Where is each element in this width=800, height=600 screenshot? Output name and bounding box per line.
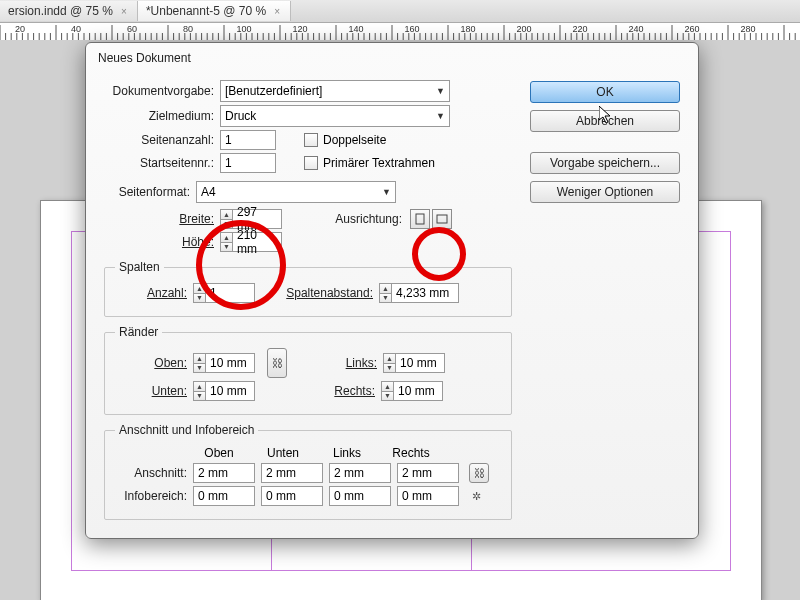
col-header-top: Oben <box>187 446 251 460</box>
svg-text:20: 20 <box>15 24 25 34</box>
spinner-up-icon[interactable]: ▲ <box>193 353 206 363</box>
bleed-top-input[interactable]: 2 mm <box>193 463 255 483</box>
spinner-down-icon[interactable]: ▼ <box>193 363 206 374</box>
primary-textframe-checkbox[interactable]: Primärer Textrahmen <box>304 156 435 170</box>
checkbox-icon <box>304 133 318 147</box>
chevron-down-icon: ▼ <box>436 86 445 96</box>
document-tab[interactable]: *Unbenannt-5 @ 70 % × <box>138 1 291 21</box>
chevron-down-icon: ▼ <box>382 187 391 197</box>
col-header-bottom: Unten <box>251 446 315 460</box>
svg-text:260: 260 <box>684 24 699 34</box>
startpage-input[interactable]: 1 <box>220 153 276 173</box>
svg-rect-158 <box>437 215 447 223</box>
pagesize-dropdown[interactable]: A4 ▼ <box>196 181 396 203</box>
margin-left-label: Links: <box>327 356 383 370</box>
facing-pages-label: Doppelseite <box>323 133 386 147</box>
spinner-up-icon[interactable]: ▲ <box>383 353 396 363</box>
primary-textframe-label: Primärer Textrahmen <box>323 156 435 170</box>
spinner-up-icon[interactable]: ▲ <box>193 381 206 391</box>
link-slug-icon[interactable]: ✲ <box>469 489 483 503</box>
spinner-down-icon[interactable]: ▼ <box>220 242 233 253</box>
link-margins-button[interactable]: ⛓ <box>267 348 287 378</box>
columns-group: Spalten Anzahl: ▲▼ 1 Spaltenabstand: ▲▼ … <box>104 260 512 317</box>
column-count-label: Anzahl: <box>115 286 193 300</box>
intent-value: Druck <box>225 109 256 123</box>
bleed-left-input[interactable]: 2 mm <box>329 463 391 483</box>
checkbox-icon <box>304 156 318 170</box>
margin-left-input[interactable]: ▲▼ 10 mm <box>383 353 445 373</box>
link-bleed-button[interactable]: ⛓ <box>469 463 489 483</box>
preset-dropdown[interactable]: [Benutzerdefiniert] ▼ <box>220 80 450 102</box>
fewer-options-button[interactable]: Weniger Optionen <box>530 181 680 203</box>
bleed-slug-legend: Anschnitt und Infobereich <box>115 423 258 437</box>
tab-label: *Unbenannt-5 @ 70 % <box>146 4 266 18</box>
spinner-down-icon[interactable]: ▼ <box>379 293 392 304</box>
gutter-input[interactable]: ▲▼ 4,233 mm <box>379 283 459 303</box>
spinner-up-icon[interactable]: ▲ <box>379 283 392 293</box>
bleed-bottom-input[interactable]: 2 mm <box>261 463 323 483</box>
intent-label: Zielmedium: <box>104 109 220 123</box>
document-tab[interactable]: ersion.indd @ 75 % × <box>0 1 138 21</box>
gutter-label: Spaltenabstand: <box>273 286 379 300</box>
spinner-down-icon[interactable]: ▼ <box>220 219 233 230</box>
slug-right-input[interactable]: 0 mm <box>397 486 459 506</box>
spinner-up-icon[interactable]: ▲ <box>220 209 233 219</box>
spinner-down-icon[interactable]: ▼ <box>381 391 394 402</box>
chevron-down-icon: ▼ <box>436 111 445 121</box>
margin-right-label: Rechts: <box>325 384 381 398</box>
link-icon: ⛓ <box>472 466 486 480</box>
slug-label: Infobereich: <box>115 489 193 503</box>
svg-rect-157 <box>416 214 424 224</box>
facing-pages-checkbox[interactable]: Doppelseite <box>304 133 386 147</box>
col-header-left: Links <box>315 446 379 460</box>
spinner-down-icon[interactable]: ▼ <box>193 293 206 304</box>
svg-text:220: 220 <box>572 24 587 34</box>
cancel-button[interactable]: Abbrechen <box>530 110 680 132</box>
svg-text:120: 120 <box>292 24 307 34</box>
col-header-right: Rechts <box>379 446 443 460</box>
margins-legend: Ränder <box>115 325 162 339</box>
close-icon[interactable]: × <box>119 6 129 16</box>
bleed-right-input[interactable]: 2 mm <box>397 463 459 483</box>
slug-bottom-input[interactable]: 0 mm <box>261 486 323 506</box>
svg-text:160: 160 <box>404 24 419 34</box>
margin-bottom-input[interactable]: ▲▼ 10 mm <box>193 381 255 401</box>
margin-bottom-label: Unten: <box>115 384 193 398</box>
save-preset-button[interactable]: Vorgabe speichern... <box>530 152 680 174</box>
column-count-input[interactable]: ▲▼ 1 <box>193 283 255 303</box>
spinner-up-icon[interactable]: ▲ <box>220 232 233 242</box>
orientation-portrait-button[interactable] <box>410 209 430 229</box>
spinner-up-icon[interactable]: ▲ <box>193 283 206 293</box>
ok-button[interactable]: OK <box>530 81 680 103</box>
document-tabs: ersion.indd @ 75 % × *Unbenannt-5 @ 70 %… <box>0 0 800 23</box>
svg-text:180: 180 <box>460 24 475 34</box>
spinner-down-icon[interactable]: ▼ <box>383 363 396 374</box>
margin-top-input[interactable]: ▲▼ 10 mm <box>193 353 255 373</box>
slug-left-input[interactable]: 0 mm <box>329 486 391 506</box>
portrait-icon <box>415 213 425 225</box>
svg-text:140: 140 <box>348 24 363 34</box>
svg-text:240: 240 <box>628 24 643 34</box>
orientation-landscape-button[interactable] <box>432 209 452 229</box>
dialog-title: Neues Dokument <box>86 43 698 73</box>
pagesize-label: Seitenformat: <box>104 185 196 199</box>
bleed-slug-group: Anschnitt und Infobereich Oben Unten Lin… <box>104 423 512 520</box>
new-document-dialog: Neues Dokument Dokumentvorgabe: [Benutze… <box>85 42 699 539</box>
width-label: Breite: <box>104 212 220 226</box>
svg-text:80: 80 <box>183 24 193 34</box>
height-label: Höhe: <box>104 235 220 249</box>
height-input[interactable]: ▲▼ 210 mm <box>220 232 282 252</box>
slug-top-input[interactable]: 0 mm <box>193 486 255 506</box>
width-input[interactable]: ▲▼ 297 mm <box>220 209 282 229</box>
bleed-label: Anschnitt: <box>115 466 193 480</box>
margin-top-label: Oben: <box>115 356 193 370</box>
tab-label: ersion.indd @ 75 % <box>8 4 113 18</box>
close-icon[interactable]: × <box>272 6 282 16</box>
pages-input[interactable]: 1 <box>220 130 276 150</box>
preset-label: Dokumentvorgabe: <box>104 84 220 98</box>
intent-dropdown[interactable]: Druck ▼ <box>220 105 450 127</box>
spinner-up-icon[interactable]: ▲ <box>381 381 394 391</box>
margin-right-input[interactable]: ▲▼ 10 mm <box>381 381 443 401</box>
margins-group: Ränder Oben: ▲▼ 10 mm ⛓ Links: ▲▼ <box>104 325 512 415</box>
spinner-down-icon[interactable]: ▼ <box>193 391 206 402</box>
